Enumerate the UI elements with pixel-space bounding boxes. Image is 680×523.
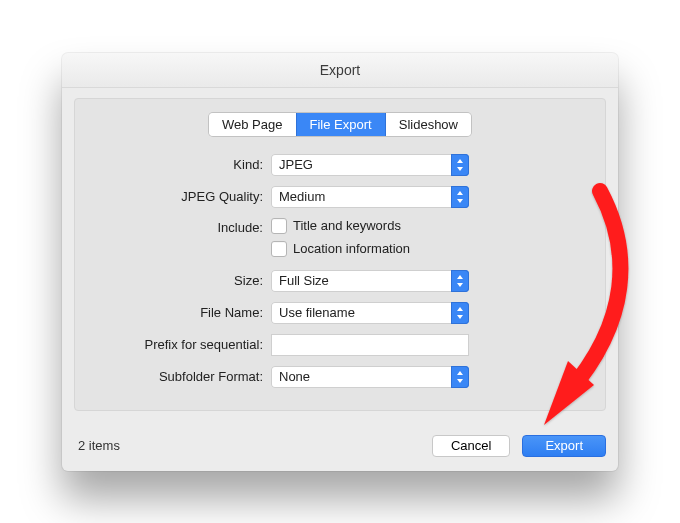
file-name-label: File Name: <box>93 305 271 320</box>
window-title: Export <box>62 53 618 88</box>
chevron-updown-icon <box>451 186 469 208</box>
jpeg-quality-label: JPEG Quality: <box>93 189 271 204</box>
include-label: Include: <box>93 220 271 235</box>
kind-value: JPEG <box>279 157 313 172</box>
subfolder-format-label: Subfolder Format: <box>93 369 271 384</box>
export-button[interactable]: Export <box>522 435 606 457</box>
chevron-updown-icon <box>451 366 469 388</box>
checkbox-icon <box>271 218 287 234</box>
include-title-keywords-checkbox[interactable]: Title and keywords <box>271 218 401 234</box>
jpeg-quality-value: Medium <box>279 189 325 204</box>
prefix-input[interactable] <box>271 334 469 356</box>
tab-slideshow[interactable]: Slideshow <box>385 113 471 136</box>
tab-file-export[interactable]: File Export <box>296 113 385 136</box>
checkbox-icon <box>271 241 287 257</box>
subfolder-format-select[interactable]: None <box>271 366 469 388</box>
include-title-keywords-label: Title and keywords <box>293 218 401 233</box>
kind-select[interactable]: JPEG <box>271 154 469 176</box>
item-count: 2 items <box>78 438 420 453</box>
size-value: Full Size <box>279 273 329 288</box>
size-select[interactable]: Full Size <box>271 270 469 292</box>
include-location-checkbox[interactable]: Location information <box>271 241 410 257</box>
chevron-updown-icon <box>451 270 469 292</box>
cancel-button[interactable]: Cancel <box>432 435 510 457</box>
export-dialog: Export Web Page File Export Slideshow Ki… <box>62 53 618 471</box>
tab-web-page[interactable]: Web Page <box>209 113 296 136</box>
file-name-value: Use filename <box>279 305 355 320</box>
window-title-text: Export <box>320 62 360 78</box>
dialog-footer: 2 items Cancel Export <box>62 423 618 471</box>
prefix-label: Prefix for sequential: <box>93 337 271 352</box>
size-label: Size: <box>93 273 271 288</box>
chevron-updown-icon <box>451 154 469 176</box>
include-location-label: Location information <box>293 241 410 256</box>
export-form: Kind: JPEG JPEG Quality: Medium <box>93 154 587 388</box>
kind-label: Kind: <box>93 157 271 172</box>
jpeg-quality-select[interactable]: Medium <box>271 186 469 208</box>
tab-bar: Web Page File Export Slideshow <box>209 113 471 136</box>
subfolder-format-value: None <box>279 369 310 384</box>
options-panel: Web Page File Export Slideshow Kind: JPE… <box>74 98 606 411</box>
file-name-select[interactable]: Use filename <box>271 302 469 324</box>
chevron-updown-icon <box>451 302 469 324</box>
